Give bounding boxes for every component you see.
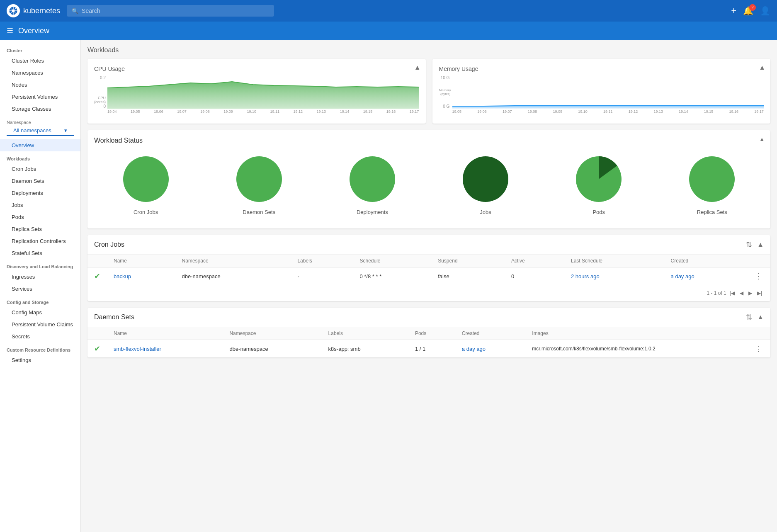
cron-jobs-header-row: Name Namespace Labels Schedule Suspend A… <box>87 255 770 267</box>
svg-point-15 <box>463 156 508 202</box>
daemon-sets-title: Daemon Sets <box>94 313 134 321</box>
sidebar-item-services[interactable]: Services <box>0 283 80 295</box>
sidebar-item-pods[interactable]: Pods <box>0 211 80 223</box>
pie-item-cron-jobs: Cron Jobs <box>121 154 171 215</box>
kubernetes-logo <box>7 4 20 17</box>
row-more-button[interactable]: ⋮ <box>753 272 764 280</box>
sidebar-item-persistent-volume-claims[interactable]: Persistent Volume Claims <box>0 318 80 330</box>
daemon-sets-actions: ⇅ ▲ <box>746 313 764 322</box>
logo-area: kubernetes <box>7 4 60 17</box>
memory-chart-title: Memory Usage <box>439 66 764 72</box>
ds-col-namespace: Namespace <box>223 327 321 340</box>
cpu-axis-label: CPU (cores) <box>94 96 106 104</box>
ds-created-link[interactable]: a day ago <box>462 346 486 352</box>
daemon-filter-icon[interactable]: ⇅ <box>746 313 752 322</box>
backup-link[interactable]: backup <box>114 273 131 279</box>
deployments-pie <box>347 154 397 204</box>
svg-point-17 <box>689 156 735 202</box>
ds-row-more-button[interactable]: ⋮ <box>753 345 764 353</box>
notification-button[interactable]: 🔔 2 <box>743 6 753 16</box>
namespace-select[interactable]: All namespaces ▾ <box>7 126 74 136</box>
sidebar-item-stateful-sets[interactable]: Stateful Sets <box>0 247 80 259</box>
config-section-header: Config and Storage <box>0 295 80 306</box>
cron-jobs-pie <box>121 154 171 204</box>
namespace-cell: dbe-namespace <box>175 267 291 285</box>
sidebar-item-cron-jobs[interactable]: Cron Jobs <box>0 163 80 175</box>
sidebar-item-replication-controllers[interactable]: Replication Controllers <box>0 235 80 247</box>
jobs-pie <box>461 154 510 204</box>
daemon-sets-pie <box>234 154 284 204</box>
memory-x-labels: 19:05 19:06 19:07 19:08 19:09 19:10 19:1… <box>452 109 764 114</box>
sidebar-item-persistent-volumes[interactable]: Persistent Volumes <box>0 91 80 103</box>
memory-y-bottom: 0 Gi <box>439 104 451 109</box>
sidebar-item-nodes[interactable]: Nodes <box>0 79 80 91</box>
workload-status-collapse[interactable]: ▲ <box>759 136 765 142</box>
top-navigation: kubernetes 🔍 + 🔔 2 👤 <box>0 0 777 22</box>
smb-link[interactable]: smb-flexvol-installer <box>114 346 161 352</box>
workload-status-title: Workload Status <box>94 137 764 144</box>
namespace-value: All namespaces <box>13 127 51 134</box>
sidebar-item-overview[interactable]: Overview <box>0 139 80 151</box>
top-nav-right: + 🔔 2 👤 <box>731 5 770 16</box>
ds-col-name: Name <box>107 327 223 340</box>
sidebar-item-cluster-roles[interactable]: Cluster Roles <box>0 55 80 67</box>
search-input[interactable] <box>82 7 269 14</box>
status-cell: ✔ <box>87 267 107 285</box>
next-page-button[interactable]: ▶ <box>747 289 754 298</box>
created-link[interactable]: a day ago <box>671 273 694 279</box>
cpu-chart-svg-wrap <box>107 75 419 109</box>
ds-labels-cell: k8s-app: smb <box>322 340 408 358</box>
svg-point-13 <box>236 156 282 202</box>
sidebar-item-config-maps[interactable]: Config Maps <box>0 306 80 318</box>
app-title: kubernetes <box>23 7 60 15</box>
sidebar-item-ingresses[interactable]: Ingresses <box>0 271 80 283</box>
discovery-section-header: Discovery and Load Balancing <box>0 259 80 271</box>
cpu-y-top: 0.2 <box>94 75 106 80</box>
cpu-y-bottom: 0 <box>94 104 106 109</box>
pie-item-jobs: Jobs <box>461 154 510 215</box>
memory-chart-collapse[interactable]: ▲ <box>759 64 765 71</box>
replica-sets-pie <box>687 154 737 204</box>
cpu-chart-svg <box>107 75 419 109</box>
pods-pie <box>574 154 624 204</box>
filter-icon[interactable]: ⇅ <box>746 240 752 249</box>
replica-sets-label: Replica Sets <box>697 209 727 215</box>
sidebar-item-settings[interactable]: Settings <box>0 354 80 366</box>
user-avatar[interactable]: 👤 <box>760 6 770 16</box>
sidebar-item-jobs[interactable]: Jobs <box>0 199 80 211</box>
col-schedule: Schedule <box>353 255 431 267</box>
ds-pods-cell: 1 / 1 <box>408 340 455 358</box>
last-page-button[interactable]: ▶| <box>755 289 764 298</box>
ds-status-ok-icon: ✔ <box>94 344 100 353</box>
col-labels: Labels <box>291 255 353 267</box>
sidebar-item-deployments[interactable]: Deployments <box>0 187 80 199</box>
last-schedule-link[interactable]: 2 hours ago <box>571 273 600 279</box>
pie-item-replica-sets: Replica Sets <box>687 154 737 215</box>
ds-name-cell: smb-flexvol-installer <box>107 340 223 358</box>
cron-jobs-table: Name Namespace Labels Schedule Suspend A… <box>87 255 770 285</box>
suspend-cell: false <box>431 267 505 285</box>
memory-chart-card: Memory Usage ▲ 10 Gi Memory (bytes) 0 Gi <box>432 59 771 124</box>
sidebar-item-secrets[interactable]: Secrets <box>0 330 80 343</box>
search-bar[interactable]: 🔍 <box>67 5 274 17</box>
charts-row: CPU Usage ▲ 0.2 CPU (cores) 0 <box>87 59 770 124</box>
daemon-sets-collapse[interactable]: ▲ <box>757 313 764 321</box>
sidebar-item-daemon-sets[interactable]: Daemon Sets <box>0 175 80 187</box>
ds-created-cell: a day ago <box>455 340 526 358</box>
sidebar-item-storage-classes[interactable]: Storage Classes <box>0 103 80 115</box>
cpu-y-labels: 0.2 CPU (cores) 0 <box>94 75 106 109</box>
memory-axis-label: Memory (bytes) <box>439 88 451 96</box>
ds-status-cell: ✔ <box>87 340 107 358</box>
cron-jobs-collapse[interactable]: ▲ <box>757 241 764 248</box>
add-button[interactable]: + <box>731 5 736 16</box>
first-page-button[interactable]: |◀ <box>728 289 736 298</box>
ds-col-actions <box>746 327 770 340</box>
cpu-chart-collapse[interactable]: ▲ <box>414 64 421 71</box>
pie-item-deployments: Deployments <box>347 154 397 215</box>
prev-page-button[interactable]: ◀ <box>738 289 745 298</box>
sidebar-item-replica-sets[interactable]: Replica Sets <box>0 223 80 235</box>
hamburger-menu[interactable]: ☰ <box>7 26 13 35</box>
row-menu-cell: ⋮ <box>746 267 770 285</box>
daemon-set-row-smb: ✔ smb-flexvol-installer dbe-namespace k8… <box>87 340 770 358</box>
sidebar-item-namespaces[interactable]: Namespaces <box>0 67 80 79</box>
